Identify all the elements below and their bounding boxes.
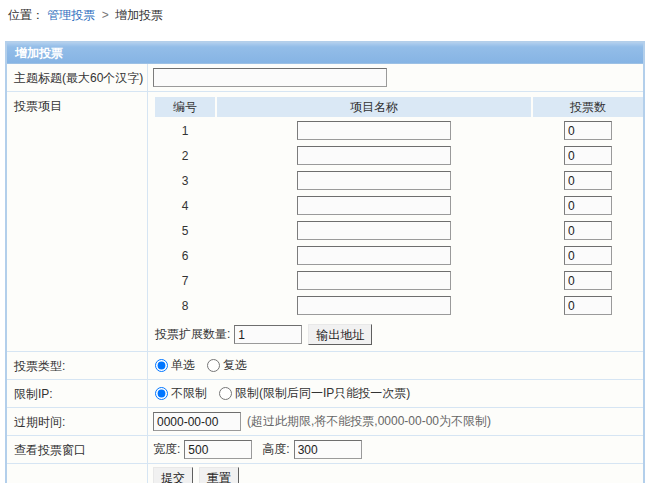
vote-item-row: 3 bbox=[155, 169, 643, 192]
vote-item-row: 8 bbox=[155, 294, 643, 317]
vote-item-name-input[interactable] bbox=[297, 246, 451, 265]
panel-title: 增加投票 bbox=[7, 43, 643, 64]
vote-item-count-input[interactable] bbox=[564, 221, 612, 240]
actions-row: 提交 重置 bbox=[7, 464, 643, 483]
vote-item-count-input[interactable] bbox=[564, 121, 612, 140]
topic-title-input[interactable] bbox=[153, 68, 387, 87]
vote-item-number: 7 bbox=[155, 269, 215, 292]
topic-title-label: 主题标题(最大60个汉字) bbox=[7, 64, 148, 91]
vote-item-name-input[interactable] bbox=[297, 171, 451, 190]
vote-item-name-input[interactable] bbox=[297, 296, 451, 315]
reset-button[interactable]: 重置 bbox=[199, 467, 239, 483]
vote-item-count-input[interactable] bbox=[564, 246, 612, 265]
vote-item-count-input[interactable] bbox=[564, 271, 612, 290]
vote-item-count-input[interactable] bbox=[564, 196, 612, 215]
vote-item-count-input[interactable] bbox=[564, 171, 612, 190]
column-header-vote-count: 投票数 bbox=[533, 97, 643, 117]
output-address-button[interactable]: 输出地址 bbox=[308, 324, 372, 345]
vote-item-row: 7 bbox=[155, 269, 643, 292]
vote-item-number: 4 bbox=[155, 194, 215, 217]
submit-button[interactable]: 提交 bbox=[153, 467, 193, 483]
window-height-label: 高度: bbox=[262, 441, 289, 458]
vote-type-single-radio[interactable] bbox=[155, 359, 168, 372]
breadcrumb-separator: > bbox=[102, 8, 109, 22]
breadcrumb: 位置： 管理投票 > 增加投票 bbox=[0, 0, 650, 22]
ip-limit-on-label: 限制(限制后同一IP只能投一次票) bbox=[235, 385, 410, 402]
vote-item-number: 8 bbox=[155, 294, 215, 317]
vote-window-label: 查看投票窗口 bbox=[7, 436, 148, 463]
vote-item-name-input[interactable] bbox=[297, 121, 451, 140]
vote-item-name-input[interactable] bbox=[297, 221, 451, 240]
breadcrumb-link-manage-votes[interactable]: 管理投票 bbox=[47, 8, 95, 22]
vote-item-number: 3 bbox=[155, 169, 215, 192]
expand-count-line: 投票扩展数量: 输出地址 bbox=[155, 324, 645, 345]
vote-item-row: 6 bbox=[155, 244, 643, 267]
expand-count-label: 投票扩展数量: bbox=[155, 326, 230, 343]
topic-title-row: 主题标题(最大60个汉字) bbox=[7, 64, 643, 92]
vote-item-number: 6 bbox=[155, 244, 215, 267]
vote-item-row: 4 bbox=[155, 194, 643, 217]
vote-item-name-input[interactable] bbox=[297, 196, 451, 215]
ip-limit-label: 限制IP: bbox=[7, 380, 148, 407]
vote-type-multi-label: 复选 bbox=[223, 357, 247, 374]
ip-limit-row: 限制IP: 不限制 限制(限制后同一IP只能投一次票) bbox=[7, 380, 643, 408]
vote-window-row: 查看投票窗口 宽度: 高度: bbox=[7, 436, 643, 464]
vote-type-multi-radio[interactable] bbox=[207, 359, 220, 372]
vote-type-single-label: 单选 bbox=[171, 357, 195, 374]
vote-item-number: 5 bbox=[155, 219, 215, 242]
vote-item-name-input[interactable] bbox=[297, 271, 451, 290]
vote-item-number: 2 bbox=[155, 144, 215, 167]
ip-limit-on-radio[interactable] bbox=[219, 387, 232, 400]
expire-time-input[interactable] bbox=[153, 412, 241, 431]
column-header-item-name: 项目名称 bbox=[217, 97, 531, 117]
vote-item-count-input[interactable] bbox=[564, 146, 612, 165]
vote-item-count-input[interactable] bbox=[564, 296, 612, 315]
vote-items-table: 编号 项目名称 投票数 1 2 bbox=[153, 95, 645, 319]
column-header-number: 编号 bbox=[155, 97, 215, 117]
ip-limit-none-radio[interactable] bbox=[155, 387, 168, 400]
vote-items-body: 1 2 3 4 bbox=[155, 119, 643, 317]
vote-item-row: 1 bbox=[155, 119, 643, 142]
window-height-input[interactable] bbox=[294, 440, 362, 459]
ip-limit-none-label: 不限制 bbox=[171, 385, 207, 402]
add-vote-panel: 增加投票 主题标题(最大60个汉字) 投票项目 编号 项目名称 投票数 1 bbox=[5, 41, 645, 483]
expand-count-input[interactable] bbox=[234, 325, 302, 344]
window-width-label: 宽度: bbox=[153, 441, 180, 458]
vote-item-name-input[interactable] bbox=[297, 146, 451, 165]
vote-type-label: 投票类型: bbox=[7, 352, 148, 379]
vote-item-row: 5 bbox=[155, 219, 643, 242]
expire-time-note: (超过此期限,将不能投票,0000-00-00为不限制) bbox=[247, 413, 491, 430]
vote-items-label: 投票项目 bbox=[7, 92, 148, 351]
window-width-input[interactable] bbox=[184, 440, 252, 459]
expire-time-label: 过期时间: bbox=[7, 408, 148, 435]
breadcrumb-prefix: 位置： bbox=[8, 8, 44, 22]
vote-type-row: 投票类型: 单选 复选 bbox=[7, 352, 643, 380]
vote-item-number: 1 bbox=[155, 119, 215, 142]
breadcrumb-current: 增加投票 bbox=[115, 8, 163, 22]
vote-item-row: 2 bbox=[155, 144, 643, 167]
expire-time-row: 过期时间: (超过此期限,将不能投票,0000-00-00为不限制) bbox=[7, 408, 643, 436]
vote-items-row: 投票项目 编号 项目名称 投票数 1 2 bbox=[7, 92, 643, 352]
actions-label-spacer bbox=[7, 464, 148, 483]
